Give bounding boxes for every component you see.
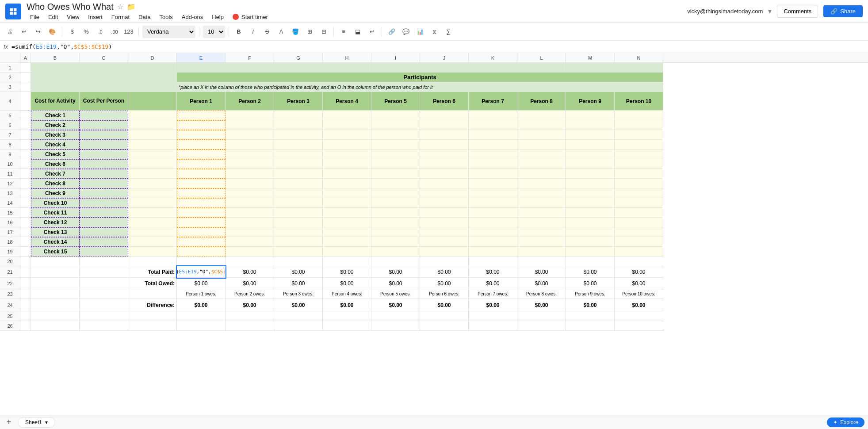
folder-icon[interactable]: 📁 [127, 3, 136, 11]
cell-c3[interactable] [80, 82, 128, 92]
cell-c25[interactable] [80, 311, 128, 321]
sheet-tab-dropdown[interactable]: ▾ [45, 419, 48, 425]
cell-l23[interactable]: Person 8 owes: [517, 289, 566, 299]
font-size-selector[interactable]: 10 [203, 26, 225, 38]
cell-k24[interactable]: $0.00 [469, 299, 517, 311]
cell-c13[interactable] [80, 188, 128, 198]
cell-l12[interactable] [517, 179, 566, 188]
cell-c19[interactable] [80, 247, 128, 257]
cell-d17[interactable] [128, 227, 177, 237]
cell-g20[interactable] [274, 257, 323, 266]
cell-h18[interactable] [323, 237, 371, 247]
cell-m16[interactable] [566, 218, 615, 227]
cell-i5[interactable] [371, 111, 420, 120]
total-owed-label[interactable]: Total Owed: [128, 278, 177, 289]
align-button[interactable]: ≡ [337, 26, 350, 38]
cell-k25[interactable] [469, 311, 517, 321]
cell-d26[interactable] [128, 321, 177, 331]
cell-i22[interactable]: $0.00 [371, 278, 420, 289]
cell-l24[interactable]: $0.00 [517, 299, 566, 311]
cell-l25[interactable] [517, 311, 566, 321]
cell-f20[interactable] [226, 257, 274, 266]
cell-f21[interactable]: $0.00 [226, 266, 274, 278]
cell-e22[interactable]: $0.00 [177, 278, 226, 289]
cell-n1[interactable] [615, 63, 663, 73]
function-button[interactable]: ∑ [442, 26, 455, 38]
cell-j11[interactable] [420, 169, 469, 179]
cell-h8[interactable] [323, 140, 371, 149]
cell-g17[interactable] [274, 227, 323, 237]
cell-k1[interactable] [469, 63, 517, 73]
star-icon[interactable]: ☆ [117, 3, 123, 11]
cell-a7[interactable] [20, 130, 31, 140]
cell-h22[interactable]: $0.00 [323, 278, 371, 289]
dropdown-icon[interactable]: ▾ [768, 7, 772, 15]
cell-m1[interactable] [566, 63, 615, 73]
explore-button[interactable]: ✦ Explore [827, 418, 864, 427]
cell-a22[interactable] [20, 278, 31, 289]
print-button[interactable]: 🖨 [4, 26, 16, 38]
cell-l21[interactable]: $0.00 [517, 266, 566, 278]
cell-h17[interactable] [323, 227, 371, 237]
cell-k5[interactable] [469, 111, 517, 120]
cell-m25[interactable] [566, 311, 615, 321]
cell-f16[interactable] [226, 218, 274, 227]
cell-j22[interactable]: $0.00 [420, 278, 469, 289]
cell-c17[interactable] [80, 227, 128, 237]
cell-c21[interactable] [80, 266, 128, 278]
wrap-button[interactable]: ↵ [366, 26, 378, 38]
check-name-19[interactable]: Check 15 [31, 247, 80, 257]
cell-d5[interactable] [128, 111, 177, 120]
cell-n23[interactable]: Person 10 owes: [615, 289, 663, 299]
cell-k12[interactable] [469, 179, 517, 188]
cell-a20[interactable] [20, 257, 31, 266]
cell-e6[interactable] [177, 120, 226, 130]
cell-j9[interactable] [420, 149, 469, 159]
cell-l14[interactable] [517, 198, 566, 208]
check-name-15[interactable]: Check 11 [31, 208, 80, 218]
cell-c7[interactable] [80, 130, 128, 140]
cell-m10[interactable] [566, 159, 615, 169]
cell-d11[interactable] [128, 169, 177, 179]
cell-i20[interactable] [371, 257, 420, 266]
cell-f7[interactable] [226, 130, 274, 140]
cell-f24[interactable]: $0.00 [226, 299, 274, 311]
cell-e12[interactable] [177, 179, 226, 188]
cell-g10[interactable] [274, 159, 323, 169]
undo-button[interactable]: ↩ [18, 26, 30, 38]
col-header-e[interactable]: E [177, 53, 226, 62]
cell-f9[interactable] [226, 149, 274, 159]
strikethrough-button[interactable]: S [261, 26, 273, 38]
cell-m4[interactable]: Person 9 [566, 92, 615, 111]
cell-l26[interactable] [517, 321, 566, 331]
cell-c20[interactable] [80, 257, 128, 266]
cell-h13[interactable] [323, 188, 371, 198]
cell-a9[interactable] [20, 149, 31, 159]
cell-n10[interactable] [615, 159, 663, 169]
cell-h25[interactable] [323, 311, 371, 321]
cell-m22[interactable]: $0.00 [566, 278, 615, 289]
cell-j21[interactable]: $0.00 [420, 266, 469, 278]
cell-n13[interactable] [615, 188, 663, 198]
cell-n6[interactable] [615, 120, 663, 130]
cell-f11[interactable] [226, 169, 274, 179]
cell-h14[interactable] [323, 198, 371, 208]
cell-j15[interactable] [420, 208, 469, 218]
cell-a6[interactable] [20, 120, 31, 130]
cell-j12[interactable] [420, 179, 469, 188]
cell-a16[interactable] [20, 218, 31, 227]
menu-edit[interactable]: Edit [45, 13, 61, 21]
comments-button[interactable]: Comments [777, 5, 818, 18]
cell-k11[interactable] [469, 169, 517, 179]
check-name-16[interactable]: Check 12 [31, 218, 80, 227]
cell-j19[interactable] [420, 247, 469, 257]
cell-f4[interactable]: Person 2 [226, 92, 274, 111]
cell-m26[interactable] [566, 321, 615, 331]
cell-e14[interactable] [177, 198, 226, 208]
cell-i26[interactable] [371, 321, 420, 331]
cell-j26[interactable] [420, 321, 469, 331]
cell-e5[interactable] [177, 111, 226, 120]
cell-j8[interactable] [420, 140, 469, 149]
cell-e13[interactable] [177, 188, 226, 198]
cell-a12[interactable] [20, 179, 31, 188]
